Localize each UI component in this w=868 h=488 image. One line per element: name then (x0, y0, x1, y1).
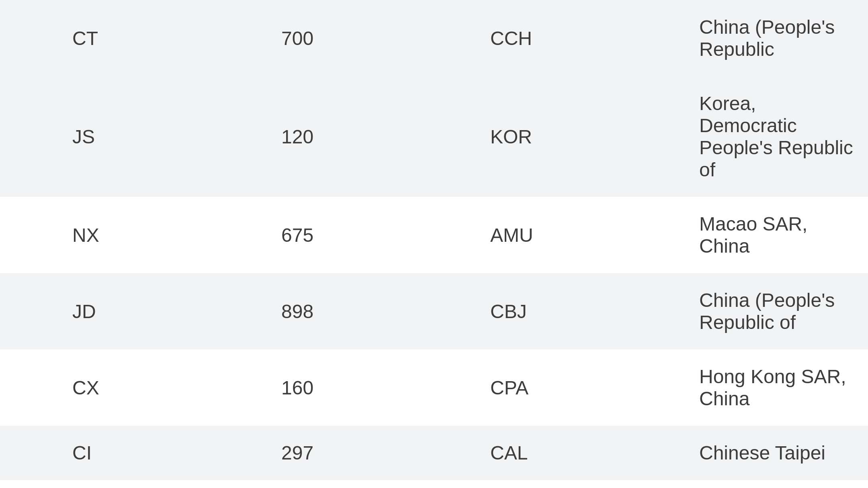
cell-airline-name[interactable]: rlines (0, 480, 60, 488)
cell-country: China (People's Republic (687, 480, 868, 488)
cell-iata: CT (60, 0, 269, 76)
cell-iata: JD (60, 273, 269, 349)
cell-numeric: 120 (269, 76, 478, 197)
cell-numeric: 297 (269, 426, 478, 480)
cell-airline-name (0, 426, 60, 480)
cell-icao: KOR (478, 76, 687, 197)
cell-icao: AMU (478, 197, 687, 273)
cell-iata: CI (60, 426, 269, 480)
cell-airline-name (0, 349, 60, 426)
cell-numeric: 675 (269, 197, 478, 273)
cell-iata: NX (60, 197, 269, 273)
cell-icao: CCH (478, 0, 687, 76)
table-row: CI297CALChinese Taipei (0, 426, 868, 480)
cell-country: Macao SAR, China (687, 197, 868, 273)
cell-airline-name (0, 273, 60, 349)
cell-airline-name (0, 76, 60, 197)
cell-country: Korea, Democratic People's Republic of (687, 76, 868, 197)
cell-iata: CK (60, 480, 269, 488)
cell-icao: CBJ (478, 273, 687, 349)
cell-iata: CX (60, 349, 269, 426)
airlines-table: CT700CCHChina (People's RepublicJS120KOR… (0, 0, 868, 488)
table-row: JD898CBJChina (People's Republic of (0, 273, 868, 349)
table-row: JS120KORKorea, Democratic People's Repub… (0, 76, 868, 197)
cell-numeric: 700 (269, 0, 478, 76)
cell-numeric: 112 (269, 480, 478, 488)
table-row: CX160CPAHong Kong SAR, China (0, 349, 868, 426)
cell-numeric: 160 (269, 349, 478, 426)
cell-iata: JS (60, 76, 269, 197)
cell-icao: CPA (478, 349, 687, 426)
cell-country: Hong Kong SAR, China (687, 349, 868, 426)
cell-airline-name (0, 0, 60, 76)
cell-country: China (People's Republic of (687, 273, 868, 349)
cell-country: China (People's Republic (687, 0, 868, 76)
table-row: rlinesCK112CKKChina (People's Republic (0, 480, 868, 488)
table-row: NX675AMUMacao SAR, China (0, 197, 868, 273)
cell-icao: CKK (478, 480, 687, 488)
cell-airline-name (0, 197, 60, 273)
cell-country: Chinese Taipei (687, 426, 868, 480)
table-row: CT700CCHChina (People's Republic (0, 0, 868, 76)
table-container: CT700CCHChina (People's RepublicJS120KOR… (0, 0, 868, 488)
cell-icao: CAL (478, 426, 687, 480)
cell-numeric: 898 (269, 273, 478, 349)
